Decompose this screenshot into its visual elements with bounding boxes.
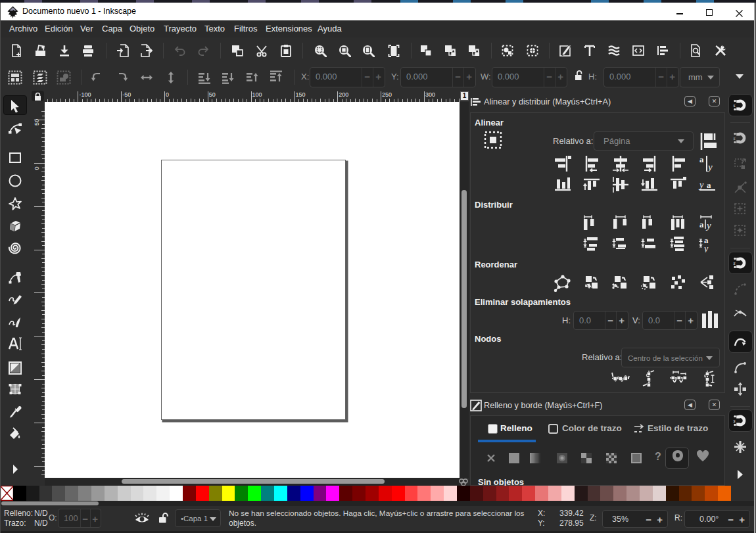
svg-text:y: y — [703, 244, 709, 252]
svg-text:y: y — [698, 180, 704, 190]
svg-text:a: a — [707, 180, 711, 190]
svg-text:a: a — [699, 154, 704, 164]
svg-text:s: s — [734, 418, 736, 424]
svg-text:a: a — [699, 220, 704, 229]
svg-text:y: y — [707, 162, 713, 172]
svg-text:s: s — [734, 103, 736, 108]
svg-text:s: s — [734, 135, 736, 141]
svg-text:s: s — [734, 260, 736, 266]
svg-text:y: y — [705, 220, 711, 231]
